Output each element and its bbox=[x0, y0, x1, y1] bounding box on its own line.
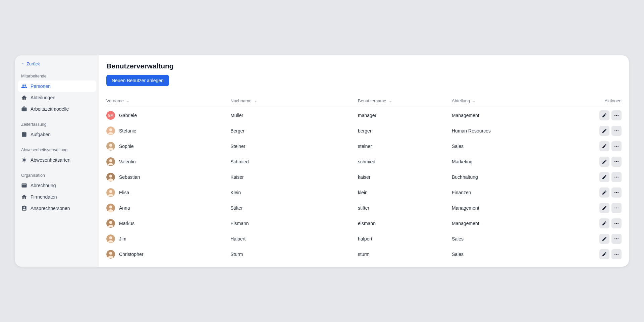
sidebar-item-arbeitszeitmodelle[interactable]: Arbeitszeitmodelle bbox=[18, 103, 96, 115]
svg-point-8 bbox=[618, 130, 619, 131]
svg-point-5 bbox=[109, 128, 112, 131]
more-button[interactable] bbox=[611, 203, 622, 213]
cell-actions bbox=[588, 141, 622, 151]
cell-abteilung: Sales bbox=[452, 252, 588, 257]
sidebar-item-firmendaten[interactable]: Firmendaten bbox=[18, 191, 96, 203]
svg-point-35 bbox=[109, 221, 112, 224]
back-link[interactable]: Zurück bbox=[18, 59, 96, 68]
sidebar-item-abrechnung[interactable]: Abrechnung bbox=[18, 180, 96, 191]
cell-actions bbox=[588, 172, 622, 182]
more-button[interactable] bbox=[611, 141, 622, 151]
cell-benutzername: schmied bbox=[358, 159, 452, 164]
edit-button[interactable] bbox=[599, 110, 609, 120]
cell-nachname: Klein bbox=[230, 190, 358, 195]
cell-abteilung: Sales bbox=[452, 144, 588, 149]
avatar bbox=[106, 234, 115, 243]
edit-button[interactable] bbox=[599, 141, 609, 151]
col-vorname[interactable]: Vorname bbox=[106, 98, 230, 103]
svg-point-20 bbox=[109, 175, 112, 178]
card-icon bbox=[21, 182, 27, 189]
svg-point-15 bbox=[109, 159, 112, 162]
table-row: ChristopherSturmsturmSales bbox=[106, 247, 622, 262]
sort-icon bbox=[388, 99, 392, 103]
svg-point-46 bbox=[614, 254, 615, 255]
col-abteilung[interactable]: Abteilung bbox=[452, 98, 588, 103]
svg-point-37 bbox=[616, 223, 617, 224]
more-button[interactable] bbox=[611, 187, 622, 198]
cell-actions bbox=[588, 110, 622, 120]
table-row: AnnaStifterstifterManagement bbox=[106, 200, 622, 216]
edit-button[interactable] bbox=[599, 126, 609, 136]
more-button[interactable] bbox=[611, 126, 622, 136]
col-label: Benutzername bbox=[358, 98, 386, 103]
edit-button[interactable] bbox=[599, 157, 609, 167]
sidebar-item-label: Aufgaben bbox=[31, 132, 51, 137]
col-label: Abteilung bbox=[452, 98, 470, 103]
svg-point-22 bbox=[616, 177, 617, 178]
cell-nachname: Steiner bbox=[230, 144, 358, 149]
page-title: Benutzerverwaltung bbox=[106, 62, 622, 70]
col-nachname[interactable]: Nachname bbox=[230, 98, 358, 103]
main-content: Benutzerverwaltung Neuen Benutzer anlege… bbox=[99, 55, 629, 267]
vorname-text: Valentin bbox=[119, 159, 136, 164]
col-label: Nachname bbox=[230, 98, 252, 103]
cell-vorname: Stefanie bbox=[106, 126, 230, 135]
col-aktionen: Aktionen bbox=[588, 98, 622, 103]
svg-point-2 bbox=[616, 115, 617, 116]
new-user-button[interactable]: Neuen Benutzer anlegen bbox=[106, 75, 169, 86]
more-button[interactable] bbox=[611, 218, 622, 228]
svg-point-6 bbox=[614, 130, 615, 131]
svg-point-12 bbox=[616, 146, 617, 147]
cell-vorname: Christopher bbox=[106, 250, 230, 259]
cell-actions bbox=[588, 187, 622, 198]
cell-abteilung: Buchhaltung bbox=[452, 174, 588, 180]
cell-vorname: Anna bbox=[106, 204, 230, 212]
edit-button[interactable] bbox=[599, 172, 609, 182]
sidebar-item-personen[interactable]: Personen bbox=[18, 80, 96, 92]
col-benutzername[interactable]: Benutzername bbox=[358, 98, 452, 103]
edit-button[interactable] bbox=[599, 218, 609, 228]
more-button[interactable] bbox=[611, 157, 622, 167]
edit-button[interactable] bbox=[599, 187, 609, 198]
more-button[interactable] bbox=[611, 110, 622, 120]
more-button[interactable] bbox=[611, 249, 622, 259]
sun-icon bbox=[21, 157, 27, 163]
nav-section-title: Zeiterfassung bbox=[18, 120, 96, 129]
user-table: Vorname Nachname Benutzername Abteilung … bbox=[106, 98, 622, 262]
edit-button[interactable] bbox=[599, 234, 609, 244]
sidebar-item-abteilungen[interactable]: Abteilungen bbox=[18, 92, 96, 103]
svg-point-17 bbox=[616, 161, 617, 162]
table-row: StefanieBergerbergerHuman Resources bbox=[106, 123, 622, 139]
avatar bbox=[106, 219, 115, 228]
vorname-text: Gabriele bbox=[119, 113, 137, 118]
sidebar-item-label: Abrechnung bbox=[31, 183, 56, 188]
table-header: Vorname Nachname Benutzername Abteilung … bbox=[106, 98, 622, 106]
nav-section-title: Mitarbeitende bbox=[18, 72, 96, 80]
col-label: Aktionen bbox=[604, 98, 622, 103]
cell-vorname: Sebastian bbox=[106, 173, 230, 181]
sidebar-item-aufgaben[interactable]: Aufgaben bbox=[18, 129, 96, 140]
svg-point-43 bbox=[618, 238, 619, 239]
cell-nachname: Sturm bbox=[230, 252, 358, 257]
table-row: JimHalperthalpertSales bbox=[106, 231, 622, 247]
more-button[interactable] bbox=[611, 172, 622, 182]
sidebar-item-abwesenheitsarten[interactable]: Abwesenheitsarten bbox=[18, 154, 96, 166]
cell-actions bbox=[588, 203, 622, 213]
cell-actions bbox=[588, 126, 622, 136]
svg-point-7 bbox=[616, 130, 617, 131]
avatar bbox=[106, 142, 115, 151]
svg-point-30 bbox=[109, 206, 112, 209]
nav-section-title: Organisation bbox=[18, 171, 96, 180]
contact-icon bbox=[21, 205, 27, 211]
edit-button[interactable] bbox=[599, 203, 609, 213]
cell-nachname: Müller bbox=[230, 113, 358, 118]
svg-point-0 bbox=[23, 159, 25, 161]
sidebar-item-ansprechpersonen[interactable]: Ansprechpersonen bbox=[18, 203, 96, 214]
chevron-left-icon bbox=[21, 61, 24, 66]
edit-button[interactable] bbox=[599, 249, 609, 259]
svg-point-23 bbox=[618, 177, 619, 178]
svg-point-36 bbox=[614, 223, 615, 224]
cell-nachname: Halpert bbox=[230, 236, 358, 241]
more-button[interactable] bbox=[611, 234, 622, 244]
cell-benutzername: halpert bbox=[358, 236, 452, 241]
